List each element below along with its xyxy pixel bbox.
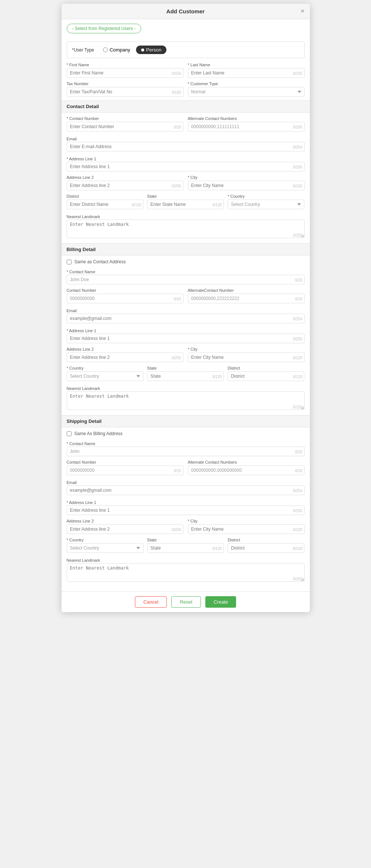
billing-alt-contact-input[interactable] xyxy=(188,294,305,303)
customer-type-select[interactable]: Normal Premium VIP xyxy=(188,87,305,97)
billing-state-group: State 0/120 xyxy=(147,366,224,381)
last-name-label: * Last Name xyxy=(188,63,305,67)
alt-contact-label: Alternate Contact Numbers xyxy=(188,116,305,121)
shipping-address1-count: 0/255 xyxy=(293,509,302,513)
billing-contact-number-group: Contact Number 0/20 xyxy=(67,288,183,303)
reset-button[interactable]: Reset xyxy=(171,596,201,608)
shipping-address1-wrapper: 0/255 xyxy=(67,505,305,515)
same-as-billing-checkbox[interactable] xyxy=(67,431,72,436)
contact-landmark-textarea[interactable] xyxy=(67,220,305,238)
contact-city-count: 0/120 xyxy=(293,184,302,188)
shipping-contact-number-wrapper: 0/20 xyxy=(67,465,183,475)
shipping-landmark-textarea[interactable] xyxy=(67,563,305,582)
shipping-contact-number-group: Contact Number 0/20 xyxy=(67,460,183,475)
billing-landmark-textarea[interactable] xyxy=(67,391,305,410)
billing-contact-number-label: Contact Number xyxy=(67,288,183,293)
contact-address1-input[interactable] xyxy=(67,162,305,171)
shipping-detail-title: Shipping Detail xyxy=(67,418,102,424)
shipping-landmark-group: Nearest Landmark 0/150 xyxy=(67,557,305,583)
shipping-state-label: State xyxy=(147,538,224,542)
alt-contact-group: Alternate Contact Numbers 0/200 xyxy=(188,116,305,131)
first-name-count: 0/150 xyxy=(172,71,181,76)
billing-landmark-group: Nearest Landmark 0/150 xyxy=(67,385,305,411)
shipping-email-input[interactable] xyxy=(67,485,305,495)
shipping-city-wrapper: 0/120 xyxy=(188,524,305,534)
contact-country-label: * Country xyxy=(228,194,304,198)
alt-contact-count: 0/200 xyxy=(293,125,302,129)
contact-email-label: Email xyxy=(67,137,77,141)
shipping-country-select[interactable]: Select Country xyxy=(67,543,143,553)
billing-city-group: * City 0/120 xyxy=(188,347,305,362)
billing-address1-input[interactable] xyxy=(67,334,305,343)
customer-type-label: * Customer Type xyxy=(188,81,305,86)
contact-district-count: 0/120 xyxy=(132,203,141,207)
alt-contact-input[interactable] xyxy=(188,122,305,131)
shipping-email-label: Email xyxy=(67,480,77,485)
shipping-address2-input[interactable] xyxy=(67,524,183,534)
contact-state-input-wrapper: 0/120 xyxy=(147,200,224,209)
billing-address2-input[interactable] xyxy=(67,353,183,362)
shipping-district-group: District 0/120 xyxy=(228,538,304,553)
shipping-city-group: * City 0/120 xyxy=(188,519,305,534)
billing-city-label: * City xyxy=(188,347,305,351)
shipping-alt-contact-group: Alternate Contact Numbers 0/20 xyxy=(188,460,305,475)
shipping-contact-name-label: * Contact Name xyxy=(67,441,96,446)
company-radio[interactable] xyxy=(103,47,108,52)
company-radio-option[interactable]: Company xyxy=(103,47,130,53)
contact-email-count: 0/254 xyxy=(293,145,302,149)
shipping-contact-number-label: Contact Number xyxy=(67,460,183,464)
cancel-button[interactable]: Cancel xyxy=(135,596,167,608)
billing-contact-name-input[interactable] xyxy=(67,275,305,284)
same-as-contact-checkbox[interactable] xyxy=(67,260,72,264)
last-name-input[interactable] xyxy=(188,68,305,78)
name-row: * First Name 0/150 * Last Name 0/150 xyxy=(67,63,305,78)
shipping-contact-number-input[interactable] xyxy=(67,465,183,475)
billing-contact-number-wrapper: 0/20 xyxy=(67,294,183,303)
first-name-input[interactable] xyxy=(67,68,183,78)
billing-country-state-district-row: * Country Select Country State 0/120 Dis… xyxy=(67,366,305,381)
contact-address2-count: 0/255 xyxy=(172,184,181,188)
create-button[interactable]: Create xyxy=(205,596,236,608)
contact-landmark-group: Nearest Landmark 0/150 xyxy=(67,213,305,240)
contact-address2-input[interactable] xyxy=(67,181,183,190)
billing-state-wrapper: 0/120 xyxy=(147,371,224,381)
billing-detail-title: Billing Detail xyxy=(67,247,96,252)
tax-number-input[interactable] xyxy=(67,87,183,97)
billing-city-input[interactable] xyxy=(188,353,305,362)
shipping-alt-contact-input[interactable] xyxy=(188,465,305,475)
shipping-district-count: 0/120 xyxy=(293,547,302,551)
shipping-alt-contact-wrapper: 0/20 xyxy=(188,465,305,475)
contact-email-input[interactable] xyxy=(67,142,305,151)
shipping-contact-name-input[interactable] xyxy=(67,447,305,456)
person-selected-dot xyxy=(141,49,144,51)
shipping-alt-contact-count: 0/20 xyxy=(295,469,302,473)
contact-country-select[interactable]: Select Country xyxy=(228,200,304,209)
select-registered-users-button[interactable]: - Select from Registered Users - xyxy=(67,24,141,33)
billing-email-input[interactable] xyxy=(67,314,305,323)
billing-state-count: 0/120 xyxy=(212,375,222,379)
close-button[interactable]: × xyxy=(301,7,305,15)
shipping-contact-name-group: * Contact Name 0/20 xyxy=(67,440,305,456)
billing-email-label: Email xyxy=(67,308,77,313)
contact-district-label: District xyxy=(67,194,143,198)
contact-detail-section-header: Contact Detail xyxy=(62,100,310,113)
user-type-label: *User Type xyxy=(72,47,94,53)
billing-country-select[interactable]: Select Country xyxy=(67,371,143,381)
footer-actions: Cancel Reset Create xyxy=(62,591,310,612)
billing-landmark-count: 0/150 xyxy=(293,405,302,409)
customer-type-group: * Customer Type Normal Premium VIP xyxy=(188,81,305,97)
same-as-billing-row: Same As Billing Address xyxy=(67,431,305,436)
contact-number-input[interactable] xyxy=(67,122,183,131)
contact-state-group: State 0/120 xyxy=(147,194,224,209)
billing-contact-number-input[interactable] xyxy=(67,294,183,303)
shipping-address1-input[interactable] xyxy=(67,505,305,515)
contact-city-input[interactable] xyxy=(188,181,305,190)
shipping-email-group: Email 0/254 xyxy=(67,479,305,495)
tax-customer-row: Tax Number 0/100 * Customer Type Normal … xyxy=(67,81,305,97)
shipping-city-input[interactable] xyxy=(188,524,305,534)
person-button[interactable]: Person xyxy=(136,46,166,54)
shipping-address1-label: * Address Line 1 xyxy=(67,500,96,505)
billing-contact-name-count: 0/20 xyxy=(295,278,302,282)
shipping-country-label: * Country xyxy=(67,538,143,542)
modal-header: Add Customer × xyxy=(62,4,310,19)
